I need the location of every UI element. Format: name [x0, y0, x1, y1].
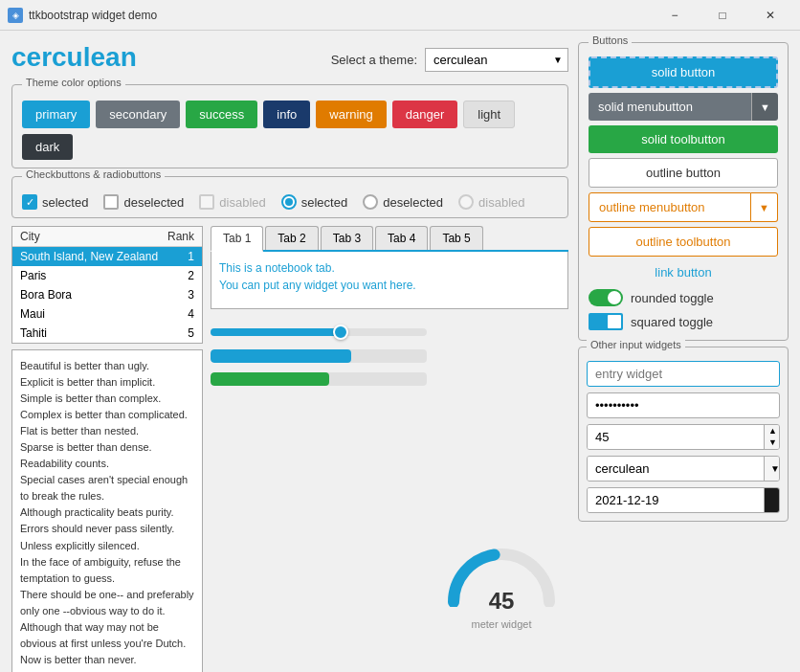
city-0: South Island, New Zealand	[20, 250, 158, 263]
tab-content: This is a notebook tab. You can put any …	[211, 252, 568, 309]
tab-1[interactable]: Tab 1	[211, 226, 263, 252]
rounded-toggle[interactable]	[589, 289, 623, 306]
zen-line-0: Beautiful is better than ugly.	[20, 358, 194, 374]
checkbox-selected[interactable]: ✓ selected	[22, 194, 88, 210]
zen-line-2: Simple is better than complex.	[20, 391, 194, 407]
maximize-button[interactable]: □	[700, 0, 744, 31]
rank-0: 1	[188, 250, 194, 263]
tab-header: Tab 1 Tab 2 Tab 3 Tab 4 Tab 5	[211, 226, 568, 252]
city-2: Bora Bora	[20, 288, 72, 302]
btn-dark[interactable]: dark	[22, 134, 73, 160]
minimize-button[interactable]: −	[653, 0, 697, 31]
checkbox-deselected[interactable]: deselected	[103, 194, 184, 210]
city-col-header: City	[20, 230, 40, 243]
btn-secondary[interactable]: secondary	[96, 101, 180, 128]
btn-light[interactable]: light	[463, 101, 515, 128]
tab-3[interactable]: Tab 3	[321, 226, 373, 250]
date-row	[587, 487, 780, 513]
spinner-down-button[interactable]: ▼	[765, 437, 780, 450]
list-row-3[interactable]: Maui 4	[12, 304, 202, 324]
rank-3: 4	[188, 307, 194, 321]
password-input[interactable]	[587, 392, 780, 418]
radio-disabled-label: disabled	[478, 195, 524, 210]
tab-2[interactable]: Tab 2	[265, 226, 318, 250]
date-input[interactable]	[588, 488, 764, 512]
solid-menubutton-arrow-icon[interactable]: ▼	[751, 93, 778, 121]
tab-4[interactable]: Tab 4	[375, 226, 428, 250]
entry-widget[interactable]	[587, 361, 780, 387]
zen-line-5: Sparse is better than dense.	[20, 439, 194, 456]
zen-line-11: In the face of ambiguity, refuse the tem…	[20, 554, 194, 587]
input-widgets-section: Other input widgets ▲ ▼ ▼	[578, 347, 789, 522]
outline-toolbutton[interactable]: outline toolbutton	[589, 227, 778, 257]
progress-fill-green	[211, 372, 329, 386]
rounded-toggle-label: rounded toggle	[631, 291, 714, 305]
progress-bar-green	[211, 372, 427, 386]
radio-selected[interactable]: selected	[281, 194, 347, 210]
radio-disabled: disabled	[458, 194, 524, 210]
list-row-1[interactable]: Paris 2	[12, 266, 202, 285]
meter-label: meter widget	[472, 618, 532, 630]
radio-deselected-label: deselected	[383, 195, 443, 210]
list-header: City Rank	[12, 227, 202, 247]
app-title: cerculean	[11, 42, 137, 73]
city-3: Maui	[20, 307, 45, 321]
squared-toggle[interactable]	[589, 313, 623, 330]
outline-menubutton-arrow-icon[interactable]: ▼	[751, 192, 778, 222]
solid-menubutton[interactable]: solid menubutton	[589, 93, 751, 121]
btn-info[interactable]: info	[263, 101, 310, 128]
checkbox-disabled-label: disabled	[219, 195, 265, 210]
radio-deselected[interactable]: deselected	[363, 194, 443, 210]
squared-toggle-label: squared toggle	[631, 315, 713, 329]
solid-button[interactable]: solid button	[589, 56, 778, 88]
buttons-section: Buttons solid button solid menubutton ▼ …	[578, 42, 789, 341]
list-row-0[interactable]: South Island, New Zealand 1	[12, 247, 202, 266]
combo-arrow-icon[interactable]: ▼	[764, 457, 780, 481]
outline-button[interactable]: outline button	[589, 158, 778, 188]
zen-line-6: Readability counts.	[20, 456, 194, 472]
progress-meter-row: 45 meter widget	[211, 315, 568, 672]
progress-bar-blue	[211, 349, 427, 363]
zen-text-area[interactable]: Beautiful is better than ugly. Explicit …	[11, 349, 203, 672]
btn-danger[interactable]: danger	[392, 101, 457, 128]
meter-container: 45 meter widget	[434, 315, 568, 672]
list-text-col: City Rank South Island, New Zealand 1 Pa…	[11, 226, 203, 672]
btn-warning[interactable]: warning	[316, 101, 387, 128]
tab-5[interactable]: Tab 5	[430, 226, 482, 250]
spinner-up-button[interactable]: ▲	[765, 425, 780, 437]
window-controls: − □ ✕	[653, 0, 792, 31]
zen-line-14: Now is better than never.	[20, 652, 194, 668]
titlebar: ◈ ttkbootstrap widget demo − □ ✕	[0, 0, 800, 31]
link-button[interactable]: link button	[589, 261, 778, 283]
spinner-buttons: ▲ ▼	[764, 425, 780, 449]
app-icon: ◈	[8, 8, 23, 23]
spinner-input[interactable]	[588, 425, 764, 449]
slider-fill	[211, 328, 341, 336]
titlebar-title: ttkbootstrap widget demo	[29, 9, 653, 22]
zen-line-15: Although never is often better than *rig…	[20, 668, 194, 672]
bottom-grid: City Rank South Island, New Zealand 1 Pa…	[11, 226, 568, 672]
radio-deselected-circle	[363, 194, 378, 210]
city-1: Paris	[20, 269, 46, 282]
combo-input[interactable]	[588, 457, 764, 481]
date-color-swatch[interactable]	[764, 488, 779, 512]
header-row: cerculean Select a theme: cerculean dark…	[11, 42, 568, 77]
close-button[interactable]: ✕	[748, 0, 792, 31]
checkbox-deselected-label: deselected	[123, 195, 184, 210]
zen-line-4: Flat is better than nested.	[20, 423, 194, 439]
rank-2: 3	[188, 288, 194, 302]
solid-toolbutton[interactable]: solid toolbutton	[589, 125, 778, 153]
zen-line-10: Unless explicitly silenced.	[20, 538, 194, 554]
theme-select[interactable]: cerculean darkly flatly journal	[425, 48, 568, 72]
checkbox-deselected-box	[103, 194, 119, 210]
list-row-2[interactable]: Bora Bora 3	[12, 285, 202, 304]
slider-track-container[interactable]	[211, 325, 427, 340]
zen-line-3: Complex is better than complicated.	[20, 407, 194, 423]
rank-col-header: Rank	[167, 230, 194, 243]
btn-success[interactable]: success	[186, 101, 257, 128]
theme-colors-section: Theme color options primary secondary su…	[11, 84, 568, 168]
outline-menubutton[interactable]: outline menubutton	[589, 192, 751, 222]
list-row-4[interactable]: Tahiti 5	[12, 324, 202, 343]
zen-line-8: Although practicality beats purity.	[20, 504, 194, 521]
btn-primary[interactable]: primary	[22, 101, 90, 128]
